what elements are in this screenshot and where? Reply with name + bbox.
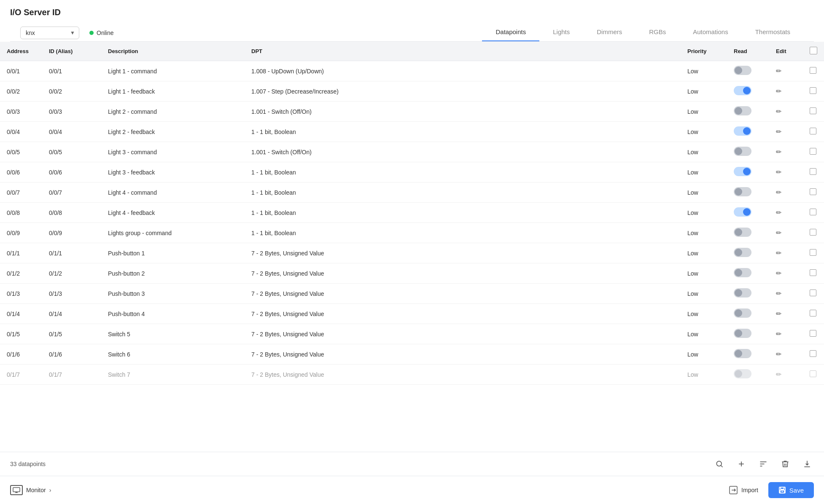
col-header-description: Description <box>101 42 245 61</box>
save-button[interactable]: Save <box>768 482 814 498</box>
cell-priority: Low <box>681 263 727 284</box>
table-row: 0/0/9 0/0/9 Lights group - command 1 - 1… <box>0 223 824 243</box>
edit-icon[interactable]: ✏ <box>776 67 781 75</box>
row-checkbox[interactable] <box>810 188 816 195</box>
sort-button[interactable] <box>757 457 770 471</box>
cell-read <box>727 203 769 223</box>
tab-automations[interactable]: Automations <box>679 24 741 41</box>
edit-icon[interactable]: ✏ <box>776 371 781 378</box>
edit-icon[interactable]: ✏ <box>776 108 781 115</box>
cell-dpt: 1.008 - UpDown (Up/Down) <box>245 61 681 81</box>
table-row: 0/1/6 0/1/6 Switch 6 7 - 2 Bytes, Unsign… <box>0 344 824 365</box>
read-toggle[interactable] <box>734 86 751 95</box>
edit-icon[interactable]: ✏ <box>776 209 781 216</box>
read-toggle[interactable] <box>734 228 751 237</box>
col-header-priority: Priority <box>681 42 727 61</box>
read-toggle[interactable] <box>734 207 751 217</box>
row-checkbox[interactable] <box>810 128 816 134</box>
row-checkbox[interactable] <box>810 269 816 276</box>
cell-read <box>727 81 769 102</box>
tab-datapoints[interactable]: Datapoints <box>482 24 539 41</box>
cell-description: Push-button 4 <box>101 304 245 324</box>
row-checkbox[interactable] <box>810 87 816 94</box>
select-all-checkbox[interactable] <box>810 47 817 54</box>
table-row: 0/0/1 0/0/1 Light 1 - command 1.008 - Up… <box>0 61 824 81</box>
cell-address: 0/0/2 <box>0 81 42 102</box>
edit-icon[interactable]: ✏ <box>776 229 781 236</box>
edit-icon[interactable]: ✏ <box>776 351 781 358</box>
read-toggle[interactable] <box>734 167 751 176</box>
cell-read <box>727 344 769 365</box>
cell-check <box>803 344 824 365</box>
row-checkbox[interactable] <box>810 350 816 357</box>
cell-address: 0/1/2 <box>0 263 42 284</box>
read-toggle[interactable] <box>734 288 751 298</box>
read-toggle[interactable] <box>734 187 751 196</box>
cell-check <box>803 284 824 304</box>
row-checkbox[interactable] <box>810 107 816 114</box>
table-row: 0/1/7 0/1/7 Switch 7 7 - 2 Bytes, Unsign… <box>0 365 824 385</box>
edit-icon[interactable]: ✏ <box>776 310 781 317</box>
toggle-knob <box>735 147 742 155</box>
tab-lights[interactable]: Lights <box>539 24 583 41</box>
edit-icon[interactable]: ✏ <box>776 249 781 257</box>
cell-read <box>727 365 769 385</box>
cell-dpt: 1 - 1 bit, Boolean <box>245 223 681 243</box>
row-checkbox[interactable] <box>810 67 816 74</box>
tab-thermostats[interactable]: Thermostats <box>742 24 804 41</box>
read-toggle[interactable] <box>734 349 751 358</box>
search-button[interactable] <box>713 457 726 471</box>
tab-rgbs[interactable]: RGBs <box>636 24 679 41</box>
read-toggle[interactable] <box>734 369 751 378</box>
edit-icon[interactable]: ✏ <box>776 128 781 135</box>
read-toggle[interactable] <box>734 147 751 156</box>
import-label: Import <box>741 487 758 493</box>
table-wrapper: Address ID (Alias) Description DPT Prior… <box>0 42 824 452</box>
import-button[interactable]: Import <box>729 485 758 495</box>
download-button[interactable] <box>800 457 814 471</box>
cell-dpt: 7 - 2 Bytes, Unsigned Value <box>245 263 681 284</box>
cell-id: 0/1/2 <box>42 263 101 284</box>
edit-icon[interactable]: ✏ <box>776 148 781 155</box>
edit-icon[interactable]: ✏ <box>776 290 781 297</box>
cell-read <box>727 102 769 122</box>
edit-icon[interactable]: ✏ <box>776 88 781 95</box>
edit-icon[interactable]: ✏ <box>776 189 781 196</box>
row-checkbox[interactable] <box>810 290 816 296</box>
row-checkbox[interactable] <box>810 370 816 377</box>
server-select[interactable]: knx <box>20 27 79 39</box>
row-checkbox[interactable] <box>810 249 816 256</box>
row-checkbox[interactable] <box>810 330 816 337</box>
read-toggle[interactable] <box>734 66 751 75</box>
table-body: 0/0/1 0/0/1 Light 1 - command 1.008 - Up… <box>0 61 824 385</box>
cell-priority: Low <box>681 162 727 182</box>
tab-dimmers[interactable]: Dimmers <box>583 24 636 41</box>
edit-icon[interactable]: ✏ <box>776 330 781 338</box>
cell-check <box>803 102 824 122</box>
datapoints-table: Address ID (Alias) Description DPT Prior… <box>0 42 824 385</box>
top-bar: knx ▼ Online Datapoints Lights Dimmers R… <box>10 24 814 42</box>
monitor-button[interactable]: Monitor › <box>10 485 51 495</box>
cell-check <box>803 243 824 263</box>
read-toggle[interactable] <box>734 268 751 277</box>
svg-point-0 <box>716 461 722 466</box>
cell-address: 0/1/3 <box>0 284 42 304</box>
edit-icon[interactable]: ✏ <box>776 270 781 277</box>
edit-icon[interactable]: ✏ <box>776 169 781 176</box>
add-button[interactable] <box>735 457 748 471</box>
row-checkbox[interactable] <box>810 209 816 215</box>
save-label: Save <box>789 487 804 494</box>
read-toggle[interactable] <box>734 106 751 115</box>
read-toggle[interactable] <box>734 308 751 318</box>
delete-button[interactable] <box>778 457 792 471</box>
row-checkbox[interactable] <box>810 229 816 236</box>
row-checkbox[interactable] <box>810 148 816 155</box>
read-toggle[interactable] <box>734 248 751 257</box>
cell-address: 0/0/3 <box>0 102 42 122</box>
cell-priority: Low <box>681 284 727 304</box>
row-checkbox[interactable] <box>810 310 816 316</box>
cell-check <box>803 365 824 385</box>
row-checkbox[interactable] <box>810 168 816 175</box>
read-toggle[interactable] <box>734 126 751 136</box>
read-toggle[interactable] <box>734 329 751 338</box>
